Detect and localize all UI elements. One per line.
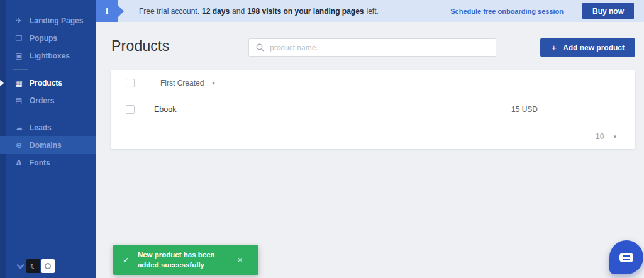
trial-mid: and: [232, 7, 245, 16]
product-search-box: [248, 38, 496, 57]
dark-mode-toggle[interactable]: ☾: [26, 259, 40, 273]
trial-visits-left: 198 visits on your landing pages: [247, 7, 364, 16]
product-search-input[interactable]: [270, 43, 489, 52]
sidebar-item-label: Domains: [30, 141, 62, 150]
sidebar-item-label: Fonts: [30, 158, 50, 167]
chat-launcher-button[interactable]: [609, 240, 643, 274]
orders-card-icon: ▤: [14, 96, 24, 105]
main-content: Products + Add new product First Created…: [96, 22, 644, 278]
products-table: First Created ▾ Ebook 15 USD 10 ▾: [111, 70, 635, 149]
sidebar-item-orders[interactable]: ▤ Orders: [0, 92, 96, 109]
page-size-value[interactable]: 10: [596, 132, 604, 141]
sidebar-item-leads[interactable]: ☁ Leads: [0, 119, 96, 136]
fonts-letter-icon: A: [14, 158, 24, 167]
sidebar-item-fonts[interactable]: A Fonts: [0, 154, 96, 172]
sidebar-item-label: Landing Pages: [30, 16, 83, 25]
trial-banner: i Free trial account. 12 days and 198 vi…: [96, 0, 644, 22]
sidebar-item-popups[interactable]: ❐ Popups: [0, 30, 96, 47]
info-glyph: i: [106, 6, 108, 16]
sidebar-item-label: Orders: [30, 96, 54, 105]
sidebar-item-label: Popups: [30, 34, 57, 43]
sidebar: ✈ Landing Pages ❐ Popups ▣ Lightboxes ▦ …: [0, 0, 96, 278]
checkmark-icon: ✓: [123, 255, 130, 265]
light-mode-toggle[interactable]: [41, 259, 55, 273]
paper-plane-icon: ✈: [14, 16, 24, 25]
sun-circle-icon: [45, 263, 51, 269]
moon-icon: ☾: [30, 262, 36, 270]
toast-message: New product has been added successfully: [138, 250, 232, 270]
trial-status-text: Free trial account. 12 days and 198 visi…: [139, 0, 379, 22]
sidebar-item-products[interactable]: ▦ Products: [0, 74, 96, 92]
table-header-row: First Created ▾: [111, 70, 635, 96]
active-indicator-arrow: [0, 80, 4, 86]
page-title: Products: [111, 38, 169, 55]
chevron-down-icon[interactable]: ▾: [613, 133, 616, 140]
sidebar-item-label: Lightboxes: [30, 52, 70, 60]
schedule-onboarding-link[interactable]: Schedule free onboarding session: [450, 0, 564, 22]
add-button-label: Add new product: [563, 43, 625, 52]
success-toast: ✓ New product has been added successfull…: [113, 245, 258, 275]
sidebar-item-landing-pages[interactable]: ✈ Landing Pages: [0, 12, 96, 30]
add-new-product-button[interactable]: + Add new product: [540, 38, 635, 57]
trial-prefix: Free trial account.: [139, 7, 199, 16]
leads-inbox-icon: ☁: [14, 123, 24, 132]
plus-icon: +: [551, 43, 557, 52]
row-checkbox[interactable]: [126, 105, 135, 114]
trial-suffix: left.: [367, 7, 379, 16]
table-row[interactable]: Ebook 15 USD: [111, 96, 635, 123]
products-boxes-icon: ▦: [14, 79, 24, 87]
sidebar-divider: [13, 114, 28, 114]
chat-bubble-icon: [619, 253, 633, 262]
sidebar-nav: ✈ Landing Pages ❐ Popups ▣ Lightboxes ▦ …: [0, 12, 96, 172]
lightbox-icon: ▣: [14, 52, 24, 60]
sidebar-divider: [13, 69, 28, 70]
sidebar-item-label: Leads: [30, 123, 52, 132]
sidebar-item-domains[interactable]: ⊕ Domains: [0, 136, 96, 154]
product-price: 15 USD: [511, 105, 538, 114]
collapse-chevron-icon[interactable]: [16, 261, 25, 269]
info-badge-arrow: [118, 6, 124, 17]
sidebar-item-label: Products: [30, 79, 62, 87]
search-icon: [256, 43, 264, 52]
select-all-checkbox[interactable]: [126, 79, 135, 87]
globe-icon: ⊕: [14, 141, 24, 150]
product-name: Ebook: [154, 105, 176, 114]
table-footer-row: 10 ▾: [111, 123, 635, 149]
chevron-down-icon[interactable]: ▾: [212, 80, 215, 86]
info-icon: i: [96, 0, 118, 22]
sidebar-item-lightboxes[interactable]: ▣ Lightboxes: [0, 47, 96, 65]
close-icon[interactable]: ✕: [237, 256, 243, 264]
buy-now-button[interactable]: Buy now: [582, 3, 634, 19]
popup-windows-icon: ❐: [14, 34, 24, 43]
trial-days-left: 12 days: [202, 7, 230, 16]
sort-dropdown-label[interactable]: First Created: [160, 79, 204, 87]
